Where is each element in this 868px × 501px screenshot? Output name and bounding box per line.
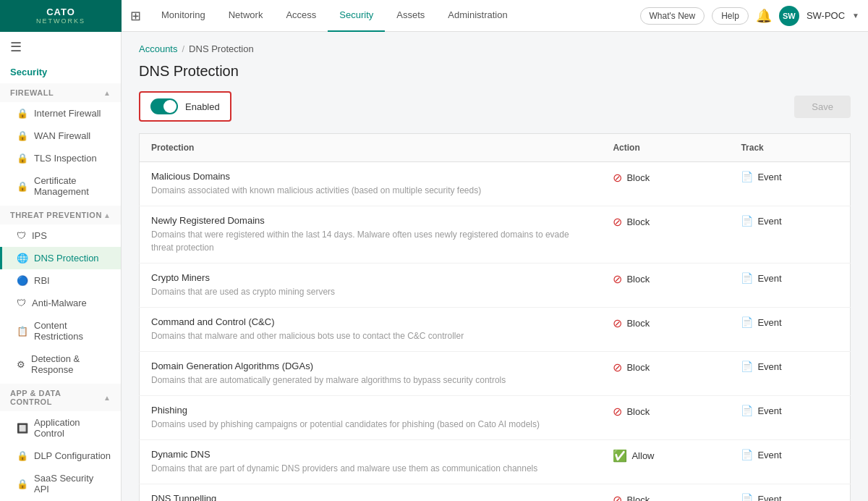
action-label: Block xyxy=(626,318,650,329)
protection-name: Phishing xyxy=(151,405,590,416)
block-icon: ⊘ xyxy=(613,361,622,374)
sidebar-item-saas-security-api[interactable]: 🔒 SaaS Security API xyxy=(0,467,121,500)
application-control-icon: 🔲 xyxy=(17,423,28,434)
protection-name: Domain Generation Algorithms (DGAs) xyxy=(151,361,590,371)
sidebar-group-threat-prevention[interactable]: THREAT PREVENTION ▲ xyxy=(0,206,121,224)
sidebar-item-wan-firewall[interactable]: 🔒 WAN Firewall xyxy=(0,125,121,147)
saas-security-api-label: SaaS Security API xyxy=(34,473,111,494)
track-label: Event xyxy=(757,494,781,502)
protection-desc: Domains that are automatically generated… xyxy=(151,374,590,387)
threat-prevention-chevron-icon: ▲ xyxy=(103,211,111,219)
sidebar-item-application-control[interactable]: 🔲 Application Control xyxy=(0,411,121,445)
sidebar-item-tls-inspection[interactable]: 🔒 TLS Inspection xyxy=(0,147,121,169)
nav-administration[interactable]: Administration xyxy=(436,0,519,32)
block-icon: ⊘ xyxy=(613,493,622,501)
action-cell: ⊘ Block xyxy=(613,405,718,418)
event-icon: 📄 xyxy=(741,405,753,416)
action-label: Block xyxy=(626,274,650,285)
sidebar-group-app-data[interactable]: APP & DATA CONTROL ▲ xyxy=(0,384,121,411)
detection-response-icon: ⚙ xyxy=(17,359,25,370)
table-row: Domain Generation Algorithms (DGAs) Doma… xyxy=(140,352,851,396)
breadcrumb: Accounts / DNS Protection xyxy=(122,32,868,57)
protection-desc: Domains that are used as crypto mining s… xyxy=(151,285,590,298)
sidebar: ☰ Security FIREWALL ▲ 🔒 Internet Firewal… xyxy=(0,32,122,501)
bell-icon[interactable]: 🔔 xyxy=(756,8,772,24)
wan-firewall-icon: 🔒 xyxy=(17,130,28,141)
sidebar-item-detection-response[interactable]: ⚙ Detection & Response xyxy=(0,348,121,381)
nav-access[interactable]: Access xyxy=(274,0,328,32)
nav-right: What's New Help 🔔 SW SW-POC ▼ xyxy=(640,6,868,26)
wan-firewall-label: WAN Firewall xyxy=(34,130,90,141)
protection-desc: Domains that are part of dynamic DNS pro… xyxy=(151,462,590,475)
block-icon: ⊘ xyxy=(613,405,622,418)
track-label: Event xyxy=(757,405,781,416)
event-icon: 📄 xyxy=(741,272,753,284)
enabled-toggle[interactable] xyxy=(150,98,178,114)
hamburger-icon[interactable]: ☰ xyxy=(0,32,121,62)
track-label: Event xyxy=(757,216,781,227)
action-cell: ⊘ Block xyxy=(613,215,718,229)
action-cell: ⊘ Block xyxy=(613,272,718,286)
account-name[interactable]: SW-POC xyxy=(807,10,845,21)
table-row: Crypto Miners Domains that are used as c… xyxy=(140,264,851,308)
protection-name: Malicious Domains xyxy=(151,171,590,182)
event-icon: 📄 xyxy=(741,493,753,501)
action-cell: ⊘ Block xyxy=(613,493,718,501)
certificate-mgmt-label: Certificate Management xyxy=(34,175,111,197)
anti-malware-label: Anti-Malware xyxy=(32,298,87,308)
sidebar-item-dns-protection[interactable]: 🌐 DNS Protection xyxy=(0,247,121,269)
protection-desc: Domains used by phishing campaigns or po… xyxy=(151,418,590,431)
action-label: Allow xyxy=(631,450,654,461)
protection-name: Dynamic DNS xyxy=(151,449,590,460)
dns-protection-label: DNS Protection xyxy=(34,253,99,264)
dlp-configuration-label: DLP Configuration xyxy=(34,450,111,461)
nav-security[interactable]: Security xyxy=(328,0,385,32)
event-icon: 📄 xyxy=(741,215,753,227)
sidebar-item-anti-malware[interactable]: 🛡 Anti-Malware xyxy=(0,292,121,314)
main-content: Accounts / DNS Protection DNS Protection… xyxy=(122,32,868,501)
sidebar-group-firewall[interactable]: FIREWALL ▲ xyxy=(0,83,121,102)
content-restrictions-icon: 📋 xyxy=(17,326,28,337)
track-label: Event xyxy=(757,450,781,460)
app-data-chevron-icon: ▲ xyxy=(103,394,111,402)
rbi-icon: 🔵 xyxy=(17,275,28,286)
nav-assets[interactable]: Assets xyxy=(385,0,436,32)
enabled-label: Enabled xyxy=(185,101,220,112)
sidebar-item-ips[interactable]: 🛡 IPS xyxy=(0,224,121,247)
breadcrumb-current: DNS Protection xyxy=(189,43,254,54)
track-cell: 📄 Event xyxy=(741,272,838,284)
protection-name: Crypto Miners xyxy=(151,272,590,283)
col-header-track: Track xyxy=(729,134,850,162)
threat-prevention-label: THREAT PREVENTION xyxy=(10,211,102,219)
nav-network[interactable]: Network xyxy=(217,0,275,32)
detection-response-label: Detection & Response xyxy=(31,353,111,375)
avatar[interactable]: SW xyxy=(779,6,799,26)
sidebar-item-content-restrictions[interactable]: 📋 Content Restrictions xyxy=(0,314,121,348)
chevron-down-icon[interactable]: ▼ xyxy=(852,12,859,20)
sidebar-item-rbi[interactable]: 🔵 RBI xyxy=(0,269,121,292)
nav-monitoring[interactable]: Monitoring xyxy=(150,0,217,32)
save-button[interactable]: Save xyxy=(794,96,851,118)
firewall-group-label: FIREWALL xyxy=(10,88,54,97)
internet-firewall-label: Internet Firewall xyxy=(34,108,101,119)
col-header-action: Action xyxy=(601,134,729,162)
help-button[interactable]: Help xyxy=(712,7,749,25)
ips-label: IPS xyxy=(32,230,47,241)
content-restrictions-label: Content Restrictions xyxy=(34,320,111,342)
whats-new-button[interactable]: What's New xyxy=(640,7,705,25)
action-label: Block xyxy=(626,172,650,183)
col-header-protection: Protection xyxy=(140,134,602,162)
block-icon: ⊘ xyxy=(613,171,622,185)
allow-icon: ✅ xyxy=(613,449,627,463)
grid-icon[interactable]: ⊞ xyxy=(122,8,150,24)
track-label: Event xyxy=(757,172,781,182)
sidebar-item-certificate-mgmt[interactable]: 🔒 Certificate Management xyxy=(0,169,121,203)
firewall-chevron-icon: ▲ xyxy=(103,89,111,97)
application-control-label: Application Control xyxy=(34,417,111,439)
logo-area: CATO NETWORKS xyxy=(0,0,122,32)
sidebar-item-internet-firewall[interactable]: 🔒 Internet Firewall xyxy=(0,102,121,125)
sidebar-item-dlp-configuration[interactable]: 🔒 DLP Configuration xyxy=(0,445,121,467)
protection-desc: Domains that malware and other malicious… xyxy=(151,329,590,342)
protection-name: Command and Control (C&C) xyxy=(151,316,590,327)
breadcrumb-parent[interactable]: Accounts xyxy=(139,43,177,54)
